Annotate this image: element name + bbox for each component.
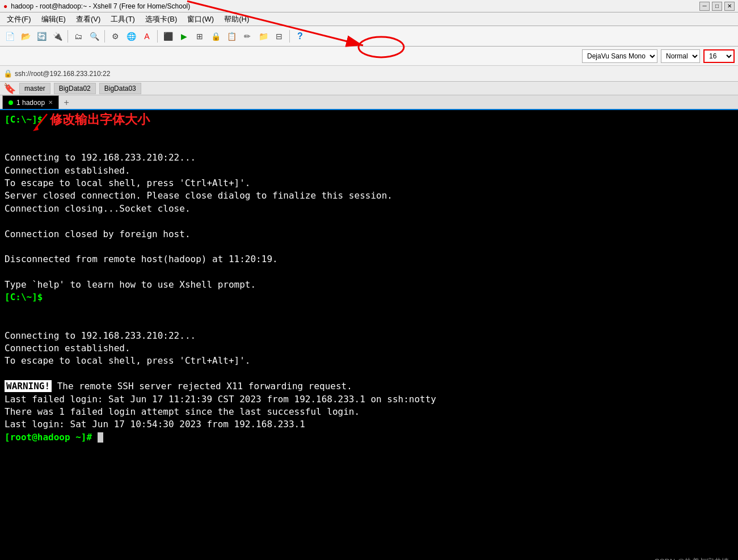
tab-close-hadoop[interactable]: ✕ xyxy=(48,99,53,106)
csdn-watermark: CSDN @执着与它共情 xyxy=(654,557,729,560)
t-line-empty-4 xyxy=(5,304,733,317)
annotation-svg xyxy=(33,111,50,134)
color-button[interactable]: A xyxy=(140,29,154,44)
stop-button[interactable]: ⬛ xyxy=(161,29,175,44)
menu-tools[interactable]: 工具(T) xyxy=(106,13,140,26)
maximize-button[interactable]: □ xyxy=(712,2,722,11)
menu-view[interactable]: 查看(V) xyxy=(71,13,105,26)
bookmark-bigdata02[interactable]: BigData02 xyxy=(54,83,96,94)
toolbar-separator-4 xyxy=(289,30,290,43)
pencil-button[interactable]: ✏ xyxy=(240,29,255,44)
t-line-empty-3 xyxy=(5,266,733,279)
t-line-empty-5 xyxy=(5,317,733,329)
window-controls: ─ □ ✕ xyxy=(699,2,735,11)
t-line-empty-6 xyxy=(5,368,733,380)
font-size-wrapper: 891011 12141618 20242836 xyxy=(703,49,735,63)
bookmark-icon: 🔖 xyxy=(3,82,16,95)
new-session-button[interactable]: 📄 xyxy=(2,29,17,44)
t-line-established-2: Connection established. xyxy=(5,342,733,355)
window-title: hadoop - root@hadoop:~ - Xshell 7 (Free … xyxy=(11,2,696,10)
menu-help[interactable]: 帮助(H) xyxy=(220,13,254,26)
font-toolbar: DejaVu Sans Mono Courier New Consolas No… xyxy=(0,47,738,66)
t-line-socket: Connection closing...Socket close. xyxy=(5,203,733,215)
menu-window[interactable]: 窗口(W) xyxy=(183,13,218,26)
terminal-annotation-area: [C:\~]$ 修改输出字体大小 xyxy=(5,113,733,126)
tab-hadoop[interactable]: 1 hadoop ✕ xyxy=(2,95,59,109)
tab-label-hadoop: 1 hadoop xyxy=(16,99,45,107)
t-line-empty-1 xyxy=(5,215,733,228)
window: ● hadoop - root@hadoop:~ - Xshell 7 (Fre… xyxy=(0,0,738,560)
menu-tabs[interactable]: 选项卡(B) xyxy=(141,13,182,26)
folder-button[interactable]: 📁 xyxy=(256,29,271,44)
t-line-failed-attempt: There was 1 failed login attempt since t… xyxy=(5,406,733,418)
open-button[interactable]: 📂 xyxy=(18,29,33,44)
font-family-select[interactable]: DejaVu Sans Mono Courier New Consolas xyxy=(582,49,657,63)
toolbar-separator-2 xyxy=(104,30,105,43)
font-size-select[interactable]: 891011 12141618 20242836 xyxy=(703,49,735,63)
layout-button[interactable]: ⊞ xyxy=(192,29,207,44)
lock-icon: 🔒 xyxy=(3,69,12,78)
warning-badge: WARNING! xyxy=(5,380,52,392)
t-line-warning: WARNING! The remote SSH server rejected … xyxy=(5,380,733,393)
record-button[interactable]: ▶ xyxy=(176,29,191,44)
tab-dot-hadoop xyxy=(9,100,13,105)
t-line-last-login: Last login: Sat Jun 17 10:54:30 2023 fro… xyxy=(5,418,733,431)
menu-file[interactable]: 文件(F) xyxy=(2,13,36,26)
cursor xyxy=(98,432,103,443)
title-bar: ● hadoop - root@hadoop:~ - Xshell 7 (Fre… xyxy=(0,0,738,12)
bookmark-bar: 🔖 master BigData02 BigData03 xyxy=(0,82,738,95)
sessions-button[interactable]: 🗂 xyxy=(71,29,86,44)
t-line-server-closed: Server closed connection. Please close d… xyxy=(5,190,733,202)
session-address: ssh://root@192.168.233.210:22 xyxy=(15,70,110,78)
t-line-last-failed: Last failed login: Sat Jun 17 11:21:39 C… xyxy=(5,393,733,406)
font-style-select[interactable]: Normal Bold Italic xyxy=(661,49,700,63)
bookmark-bigdata03[interactable]: BigData03 xyxy=(99,83,141,94)
t-line-connecting-1: Connecting to 192.168.233.210:22... xyxy=(5,151,733,164)
lock-button[interactable]: 🔒 xyxy=(208,29,223,44)
t-line-2 xyxy=(5,139,733,151)
globe-button[interactable]: 🌐 xyxy=(124,29,138,44)
app-icon: ● xyxy=(3,2,7,10)
reconnect-button[interactable]: 🔄 xyxy=(34,29,49,44)
menu-bar: 文件(F) 编辑(E) 查看(V) 工具(T) 选项卡(B) 窗口(W) 帮助(… xyxy=(0,12,738,26)
terminal-prompt-2: [C:\~]$ xyxy=(5,291,733,304)
t-line-help: Type `help' to learn how to use Xshell p… xyxy=(5,279,733,291)
t-line-root-prompt: [root@hadoop ~]# xyxy=(5,431,733,444)
clip-button[interactable]: 📋 xyxy=(224,29,239,44)
help-button[interactable]: ? xyxy=(293,29,307,44)
tab-add-button[interactable]: + xyxy=(60,96,73,109)
session-bar: 🔒 ssh://root@192.168.233.210:22 xyxy=(0,66,738,82)
minimize-button[interactable]: ─ xyxy=(699,2,710,11)
disconnect-button[interactable]: 🔌 xyxy=(50,29,65,44)
menu-edit[interactable]: 编辑(E) xyxy=(37,13,70,26)
toolbar-separator-1 xyxy=(68,30,68,43)
terminal[interactable]: [C:\~]$ 修改输出字体大小 Connecting to 192.168.2… xyxy=(0,110,738,560)
close-button[interactable]: ✕ xyxy=(724,2,735,11)
grid-button[interactable]: ⊟ xyxy=(272,29,286,44)
toolbar: 📄 📂 🔄 🔌 🗂 🔍 ⚙ 🌐 A ⬛ ▶ ⊞ 🔒 📋 ✏ 📁 ⊟ ? xyxy=(0,26,738,47)
t-line-connecting-2: Connecting to 192.168.233.210:22... xyxy=(5,330,733,342)
search-button[interactable]: 🔍 xyxy=(87,29,102,44)
bookmark-master[interactable]: master xyxy=(19,83,50,94)
t-line-established-1: Connection established. xyxy=(5,165,733,177)
config-button[interactable]: ⚙ xyxy=(108,29,123,44)
annotation-text: 修改输出字体大小 xyxy=(50,112,150,127)
t-line-foreign: Connection closed by foreign host. xyxy=(5,228,733,241)
root-prompt-text: [root@hadoop ~]# xyxy=(5,432,98,443)
t-line-escape-2: To escape to local shell, press 'Ctrl+Al… xyxy=(5,355,733,367)
t-line-disconnected: Disconnected from remote host(hadoop) at… xyxy=(5,253,733,266)
font-toolbar-wrapper: DejaVu Sans Mono Courier New Consolas No… xyxy=(0,47,738,66)
t-line-empty-2 xyxy=(5,241,733,253)
t-line-escape: To escape to local shell, press 'Ctrl+Al… xyxy=(5,177,733,190)
toolbar-separator-3 xyxy=(157,30,158,43)
annotation-arrow: 修改输出字体大小 xyxy=(50,111,150,128)
tabs-bar: 1 hadoop ✕ + xyxy=(0,95,738,110)
